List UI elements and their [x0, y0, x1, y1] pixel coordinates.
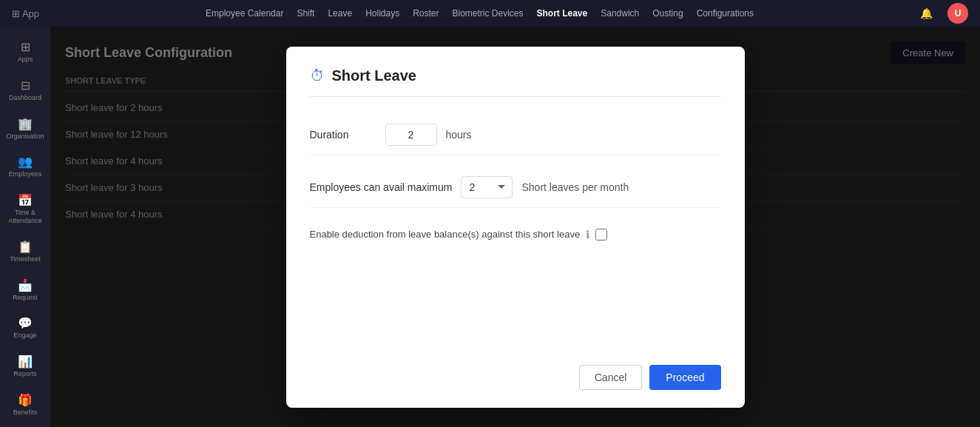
sidebar-item-time-attendance[interactable]: 📅 Time & Attendance — [4, 187, 47, 231]
sidebar-item-benefits[interactable]: 🎁 Benefits — [4, 387, 47, 423]
sidebar-item-organisation[interactable]: 🏢 Organisation — [4, 111, 47, 147]
info-icon[interactable]: ℹ — [586, 229, 589, 241]
nav-sandwich[interactable]: Sandwich — [601, 8, 639, 19]
sidebar-label-request: Request — [13, 294, 38, 302]
cancel-button[interactable]: Cancel — [579, 365, 643, 390]
sidebar-label-employees: Employees — [9, 170, 42, 178]
nav-short-leave[interactable]: Short Leave — [537, 8, 588, 19]
modal-title: Short Leave — [332, 67, 416, 84]
sidebar-label-dashboard: Dashboard — [9, 94, 41, 102]
deduction-checkbox[interactable] — [595, 229, 607, 241]
duration-input[interactable] — [385, 124, 437, 146]
organisation-icon: 🏢 — [18, 117, 33, 131]
sidebar-label-organisation: Organisation — [6, 132, 44, 141]
sidebar-item-dashboard[interactable]: ⊟ Dashboard — [4, 73, 47, 108]
main-layout: ⊞ Apps ⊟ Dashboard 🏢 Organisation 👥 Empl… — [0, 27, 980, 427]
nav-shift[interactable]: Shift — [297, 8, 314, 19]
duration-unit: hours — [446, 129, 472, 141]
timesheet-icon: 📋 — [18, 240, 33, 254]
sidebar-item-employees[interactable]: 👥 Employees — [4, 149, 47, 184]
sidebar-label-engage: Engage — [13, 332, 36, 340]
nav-configurations[interactable]: Configurations — [697, 8, 754, 19]
avatar[interactable]: U — [947, 3, 968, 24]
sidebar-label-benefits: Benefits — [13, 408, 38, 417]
sidebar: ⊞ Apps ⊟ Dashboard 🏢 Organisation 👥 Empl… — [0, 27, 50, 427]
modal-footer: Cancel Proceed — [310, 353, 721, 390]
sidebar-label-reports: Reports — [13, 370, 37, 378]
duration-row: Duration hours — [310, 115, 721, 155]
sidebar-label-timesheet: Timesheet — [10, 255, 41, 263]
proceed-button[interactable]: Proceed — [649, 365, 720, 390]
modal-backdrop: ⏱ Short Leave Duration hours Employees c… — [50, 27, 980, 427]
clock-icon: ⏱ — [310, 67, 325, 84]
apps-icon: ⊞ — [21, 40, 30, 54]
nav-holidays[interactable]: Holidays — [365, 8, 399, 19]
avail-row: Employees can avail maximum 1 2 3 4 5 Sh… — [310, 167, 721, 208]
duration-label: Duration — [310, 129, 376, 141]
notifications-icon[interactable]: 🔔 — [920, 7, 933, 19]
employees-icon: 👥 — [18, 155, 33, 169]
avail-select[interactable]: 1 2 3 4 5 — [461, 176, 513, 198]
nav-biometric[interactable]: Biometric Devices — [453, 8, 524, 19]
nav-employee-calendar[interactable]: Employee Calendar — [206, 8, 283, 19]
deduction-label: Enable deduction from leave balance(s) a… — [310, 229, 581, 240]
nav-roster[interactable]: Roster — [413, 8, 439, 19]
sidebar-label-apps: Apps — [18, 56, 33, 64]
modal-header: ⏱ Short Leave — [310, 67, 721, 97]
benefits-icon: 🎁 — [18, 393, 33, 407]
sidebar-label-time-attendance: Time & Attendance — [8, 209, 42, 225]
sidebar-item-apps[interactable]: ⊞ Apps — [4, 34, 47, 70]
dashboard-icon: ⊟ — [21, 78, 30, 93]
nav-leave[interactable]: Leave — [328, 8, 352, 19]
nav-ousting[interactable]: Ousting — [652, 8, 683, 19]
sidebar-item-timesheet[interactable]: 📋 Timesheet — [4, 234, 47, 269]
top-navigation: ⊞ App Employee Calendar Shift Leave Holi… — [0, 0, 980, 27]
time-attendance-icon: 📅 — [18, 193, 33, 207]
top-nav-items: Employee Calendar Shift Leave Holidays R… — [54, 8, 905, 19]
reports-icon: 📊 — [18, 354, 33, 369]
sidebar-item-reports[interactable]: 📊 Reports — [4, 349, 47, 384]
sidebar-item-request[interactable]: 📩 Request — [4, 272, 47, 308]
engage-icon: 💬 — [18, 316, 33, 330]
request-icon: 📩 — [18, 278, 33, 292]
avail-label: Employees can avail maximum — [310, 181, 453, 193]
avail-unit: Short leaves per month — [521, 181, 629, 193]
sidebar-item-engage[interactable]: 💬 Engage — [4, 310, 47, 346]
content-area: Short Leave Configuration Create New SHO… — [50, 27, 980, 427]
short-leave-modal: ⏱ Short Leave Duration hours Employees c… — [286, 47, 745, 408]
deduction-row: Enable deduction from leave balance(s) a… — [310, 220, 721, 249]
app-logo: ⊞ App — [12, 8, 39, 19]
